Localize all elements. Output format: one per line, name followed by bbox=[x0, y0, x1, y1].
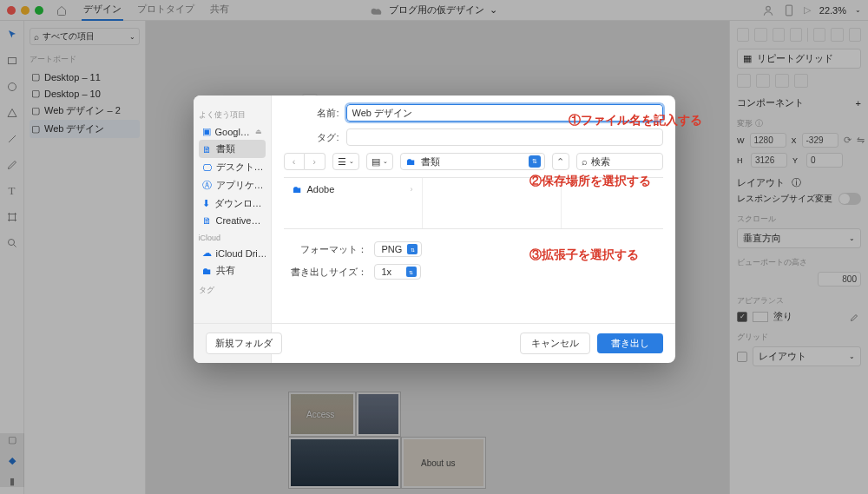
drive-icon: ▣ bbox=[202, 126, 211, 137]
download-icon: ⬇ bbox=[202, 198, 210, 209]
shared-folder-icon: 🖿 bbox=[202, 266, 212, 276]
chevron-updown-icon: ⇅ bbox=[406, 267, 417, 277]
browser-column: 🖿Adobe› bbox=[284, 178, 423, 228]
document-icon: 🗎 bbox=[202, 144, 212, 155]
save-dialog-overlay: よく使う項目 ▣Googl…⏏ 🗎書類 🖵デスクト… Ⓐアプリケ… ⬇ダウンロ…… bbox=[0, 0, 868, 494]
sidebar-item-label: デスクト… bbox=[216, 161, 264, 174]
cloud-icon: ☁ bbox=[202, 247, 212, 259]
sidebar-item-label: Googl… bbox=[215, 127, 250, 137]
export-size-select[interactable]: 1x⇅ bbox=[374, 264, 421, 280]
sidebar-item-label: 共有 bbox=[216, 264, 235, 277]
location-label: 書類 bbox=[421, 155, 440, 168]
sidebar-item-applications[interactable]: Ⓐアプリケ… bbox=[199, 176, 266, 194]
location-select[interactable]: 🖿 書類 ⇅ bbox=[400, 153, 545, 170]
icloud-header: iCloud bbox=[199, 234, 266, 242]
sidebar-item-documents[interactable]: 🗎書類 bbox=[199, 140, 266, 158]
folder-icon: 🗎 bbox=[202, 215, 212, 226]
search-icon: ⌕ bbox=[582, 156, 588, 167]
nav-back-button[interactable]: ‹ bbox=[284, 153, 305, 170]
annotation-1: ①ファイル名を記入する bbox=[569, 113, 702, 128]
sidebar-item-creative[interactable]: 🗎Creative… bbox=[199, 213, 266, 228]
browser-item[interactable]: 🖿Adobe› bbox=[287, 181, 418, 197]
sidebar-item-label: 書類 bbox=[216, 142, 235, 155]
apps-icon: Ⓐ bbox=[202, 179, 212, 192]
format-select[interactable]: PNG⇅ bbox=[374, 241, 423, 257]
format-value: PNG bbox=[382, 244, 403, 254]
save-body: 名前: タグ: ‹› ☰⌄ ▤⌄ 🖿 書類 ⇅ ⌃ bbox=[272, 96, 675, 363]
sidebar-item-label: ダウンロ… bbox=[214, 197, 262, 210]
chevron-updown-icon: ⇅ bbox=[529, 155, 541, 168]
format-label: フォーマット： bbox=[284, 243, 367, 256]
sidebar-item-label: iCloud Dri… bbox=[216, 248, 266, 259]
nav-forward-button[interactable]: › bbox=[305, 153, 326, 170]
view-columns-button[interactable]: ☰⌄ bbox=[332, 153, 359, 170]
new-folder-button[interactable]: 新規フォルダ bbox=[206, 333, 282, 354]
sidebar-item-desktop[interactable]: 🖵デスクト… bbox=[199, 158, 266, 176]
group-icon: ▤ bbox=[372, 156, 380, 168]
chevron-updown-icon: ⇅ bbox=[407, 244, 418, 254]
cancel-button[interactable]: キャンセル bbox=[520, 333, 590, 354]
sidebar-item-downloads[interactable]: ⬇ダウンロ… bbox=[199, 194, 266, 213]
annotation-2: ②保存場所を選択する bbox=[529, 174, 651, 189]
eject-icon[interactable]: ⏏ bbox=[255, 128, 262, 135]
annotation-3: ③拡張子を選択する bbox=[529, 247, 639, 263]
favorites-header: よく使う項目 bbox=[199, 109, 266, 121]
size-label: 書き出しサイズ： bbox=[284, 266, 367, 279]
columns-icon: ☰ bbox=[338, 156, 346, 168]
desktop-icon: 🖵 bbox=[202, 162, 212, 173]
search-placeholder: 検索 bbox=[591, 155, 610, 168]
collapse-button[interactable]: ⌃ bbox=[552, 153, 569, 170]
save-search-input[interactable]: ⌕検索 bbox=[576, 153, 663, 170]
folder-icon: 🖿 bbox=[293, 184, 302, 194]
save-dialog: よく使う項目 ▣Googl…⏏ 🗎書類 🖵デスクト… Ⓐアプリケ… ⬇ダウンロ…… bbox=[194, 96, 675, 363]
sidebar-item-google[interactable]: ▣Googl…⏏ bbox=[199, 123, 266, 140]
name-label: 名前: bbox=[284, 107, 339, 120]
tag-input[interactable] bbox=[346, 128, 663, 146]
view-group-button[interactable]: ▤⌄ bbox=[366, 153, 393, 170]
browser-item-label: Adobe bbox=[307, 184, 335, 194]
sidebar-item-label: Creative… bbox=[216, 215, 261, 226]
sidebar-item-shared[interactable]: 🖿共有 bbox=[199, 261, 266, 280]
size-value: 1x bbox=[382, 267, 392, 277]
chevron-right-icon: › bbox=[411, 185, 413, 194]
sidebar-item-icloud-drive[interactable]: ☁iCloud Dri… bbox=[199, 245, 266, 261]
folder-icon: 🖿 bbox=[406, 156, 416, 167]
sidebar-item-label: アプリケ… bbox=[216, 179, 264, 192]
export-button[interactable]: 書き出し bbox=[597, 333, 663, 353]
tag-label: タグ: bbox=[284, 131, 339, 144]
tags-header: タグ bbox=[199, 285, 266, 296]
